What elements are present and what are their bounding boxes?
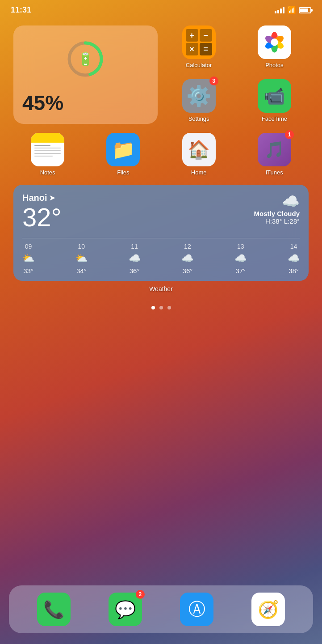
page-dot-2[interactable] <box>159 306 163 309</box>
weather-widget[interactable]: Hanoi ➤ 32° ☁️ Mostly Cloudy H:38° L:28°… <box>13 185 309 281</box>
folder-icon: 📁 <box>112 139 135 161</box>
app-notes[interactable]: Notes <box>13 133 82 176</box>
wifi-icon: 📶 <box>287 6 296 14</box>
app-files[interactable]: 📁 Files <box>89 133 157 176</box>
weather-widget-label: Weather <box>0 285 322 292</box>
status-icons: 📶 <box>275 6 311 14</box>
app-facetime[interactable]: 📹 FaceTime <box>240 79 309 124</box>
battery-icon <box>299 7 311 13</box>
compass-icon: 🧭 <box>258 600 279 619</box>
home-label: Home <box>191 169 207 176</box>
itunes-label: iTunes <box>266 169 283 176</box>
files-label: Files <box>117 169 129 176</box>
weather-location-section: Hanoi ➤ 32° <box>22 193 62 232</box>
svg-point-8 <box>271 38 278 46</box>
house-icon: 🏠 <box>188 139 210 160</box>
app-calculator[interactable]: + − × = Calculator <box>165 25 233 70</box>
settings-icon: ⚙️ 3 <box>182 79 216 113</box>
app-settings[interactable]: ⚙️ 3 Settings <box>165 79 233 124</box>
weather-header: Hanoi ➤ 32° ☁️ Mostly Cloudy H:38° L:28° <box>22 193 300 232</box>
battery-ring-container: 🔋 <box>22 39 149 79</box>
weather-temperature: 32° <box>22 203 62 232</box>
battery-ring: 🔋 <box>65 39 105 79</box>
dock: 📞 💬 2 Ⓐ 🧭 <box>9 585 313 633</box>
forecast-14: 14 ☁️ 38° <box>288 243 300 275</box>
music-note-icon: 🎵 <box>264 140 284 159</box>
safari-icon: 🧭 <box>251 593 285 626</box>
battery-fill <box>300 8 308 12</box>
photos-label: Photos <box>265 62 283 68</box>
messages-icon: 💬 2 <box>109 593 142 626</box>
forecast-09: 09 ⛅ 33° <box>22 243 34 275</box>
forecast-13: 13 ☁️ 37° <box>234 243 247 275</box>
phone-handset-icon: 📞 <box>43 600 64 619</box>
page-dot-3[interactable] <box>167 306 171 309</box>
gear-icon: ⚙️ <box>186 84 211 108</box>
home-icon: 🏠 <box>182 133 216 166</box>
facetime-label: FaceTime <box>262 115 287 122</box>
dock-phone[interactable]: 📞 <box>37 593 71 626</box>
calculator-label: Calculator <box>186 62 212 68</box>
battery-percent: 45% <box>22 91 149 115</box>
app-grid: 🔋 45% + − × = Calculator <box>0 21 322 180</box>
settings-label: Settings <box>188 115 209 122</box>
app-photos[interactable]: Photos <box>240 25 309 70</box>
battery-widget[interactable]: 🔋 45% <box>13 25 158 124</box>
facetime-icon: 📹 <box>258 79 291 113</box>
app-itunes[interactable]: 🎵 1 iTunes <box>240 133 309 176</box>
notes-label: Notes <box>40 169 55 176</box>
app-store-a-icon: Ⓐ <box>188 598 205 621</box>
itunes-badge: 1 <box>285 130 294 139</box>
location-arrow-icon: ➤ <box>49 194 55 202</box>
weather-forecast: 09 ⛅ 33° 10 ⛅ 34° 11 ☁️ 36° 12 ☁️ 36° 13 <box>22 238 300 275</box>
dock-messages[interactable]: 💬 2 <box>109 593 142 626</box>
appstore-icon: Ⓐ <box>180 593 213 626</box>
battery-device-icon: 🔋 <box>78 52 93 67</box>
camera-icon: 📹 <box>264 86 285 106</box>
weather-condition-section: ☁️ Mostly Cloudy H:38° L:28° <box>254 193 300 225</box>
status-time: 11:31 <box>11 5 31 15</box>
forecast-10: 10 ⛅ 34° <box>75 243 88 275</box>
forecast-11: 11 ☁️ 36° <box>129 243 141 275</box>
dock-appstore[interactable]: Ⓐ <box>180 593 213 626</box>
weather-condition: Mostly Cloudy <box>254 210 300 217</box>
files-icon: 📁 <box>106 133 140 166</box>
weather-location: Hanoi ➤ <box>22 193 62 203</box>
app-home[interactable]: 🏠 Home <box>165 133 233 176</box>
itunes-icon: 🎵 1 <box>258 133 291 166</box>
phone-icon: 📞 <box>37 593 71 626</box>
signal-icon <box>275 7 284 13</box>
status-bar: 11:31 📶 <box>0 0 322 17</box>
messages-badge: 2 <box>136 590 145 599</box>
notes-icon <box>31 133 64 166</box>
photos-icon <box>258 25 291 59</box>
weather-high-low: H:38° L:28° <box>254 217 300 225</box>
calculator-icon: + − × = <box>182 25 216 59</box>
weather-cloud-icon: ☁️ <box>254 193 300 210</box>
settings-badge: 3 <box>209 76 218 85</box>
page-dot-1[interactable] <box>151 306 155 309</box>
dock-safari[interactable]: 🧭 <box>251 593 285 626</box>
page-dots <box>0 306 322 309</box>
speech-bubble-icon: 💬 <box>115 600 136 619</box>
forecast-12: 12 ☁️ 36° <box>181 243 193 275</box>
